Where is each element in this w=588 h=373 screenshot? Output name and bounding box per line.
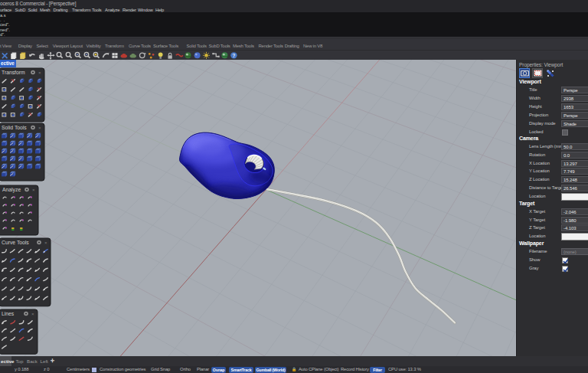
svg-text:×: × [38, 125, 41, 130]
svg-text:×: × [32, 187, 35, 192]
svg-text:×: × [38, 70, 41, 75]
svg-text:Solid Tools: Solid Tools [2, 125, 27, 130]
svg-text:Curve Tools: Curve Tools [2, 240, 29, 245]
svg-text:×: × [31, 311, 34, 316]
svg-text:Transform: Transform [2, 70, 25, 75]
svg-text:×: × [44, 240, 47, 245]
svg-text:Analyze: Analyze [2, 187, 21, 193]
svg-text:Lines: Lines [2, 311, 15, 316]
svg-text:?: ? [232, 53, 235, 58]
